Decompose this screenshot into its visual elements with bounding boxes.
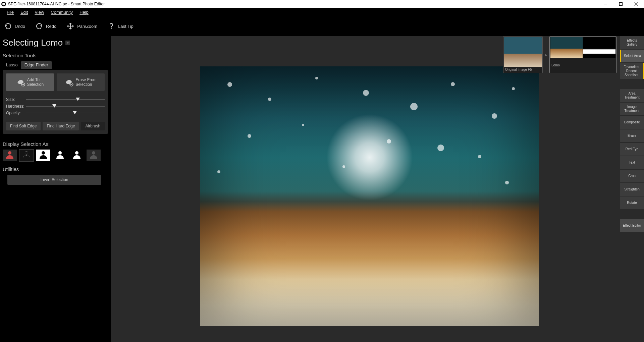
menu-file[interactable]: File [3,9,17,15]
section-utilities: Utilities [3,166,108,172]
window-titlebar: SPE-filter-1608117044-AHNC.pe - Smart Ph… [0,0,644,8]
move-icon [66,22,74,30]
add-to-selection-label: Add To Selection [27,77,44,87]
title-dropdown-icon[interactable]: ▾ [65,41,70,45]
redo-label: Redo [46,24,56,29]
thumb-original-label: Original Image F5 [504,67,542,72]
close-button[interactable] [629,0,644,8]
image-treatment-button[interactable]: Image Treatment [620,103,644,115]
panzoom-button[interactable]: Pan/Zoom [66,22,97,30]
tab-edge-finder[interactable]: Edge Finder [21,61,52,69]
undo-label: Undo [15,24,25,29]
redo-icon [35,22,43,30]
crop-button[interactable]: Crop [620,170,644,182]
toolbar: Undo Redo Pan/Zoom Last Tip [0,16,644,36]
undo-button[interactable]: Undo [4,22,25,30]
select-area-button[interactable]: Select Area [620,50,644,62]
center-area: Original Image F5 ▸ Lomo [111,36,620,342]
redeye-button[interactable]: Red Eye [620,143,644,156]
right-panel: Effects Gallery Select Area Favourites R… [620,36,644,342]
brush-erase-icon [65,78,73,87]
display-mode-6[interactable] [87,150,101,161]
menu-edit[interactable]: Edit [17,9,31,15]
display-selection-row [3,150,108,161]
thumb-original-image [504,37,542,67]
maximize-button[interactable] [613,0,629,8]
thumb-lomo-label: Lomo [550,63,615,72]
find-hard-edge-button[interactable]: Find Hard Edge [43,122,79,130]
straighten-button[interactable]: Straighten [620,183,644,196]
page-title: Selecting Lomo ▾ [3,38,108,48]
size-label: Size: [6,97,26,102]
find-soft-edge-button[interactable]: Find Soft Edge [6,122,41,130]
effect-editor-button[interactable]: Effect Editor [620,219,644,232]
thumb-original[interactable]: Original Image F5 [503,36,543,73]
slider-hardness[interactable]: Hardness: [6,103,105,110]
tool-tab-body: Add To Selection Erase From Selection Si… [3,70,108,134]
display-mode-5[interactable] [70,150,84,161]
redo-button[interactable]: Redo [35,22,56,30]
opacity-label: Opacity: [6,111,26,115]
tool-tabs: Lasso Edge Finder [3,61,108,69]
svg-rect-1 [620,3,623,6]
display-mode-3[interactable] [36,150,50,161]
invert-selection-button[interactable]: Invert Selection [7,175,101,185]
erase-from-selection-label: Erase From Selection [75,77,97,87]
lasttip-label: Last Tip [118,24,133,29]
minimize-button[interactable] [598,0,613,8]
erase-button[interactable]: Erase [620,129,644,142]
history-thumbstrip: Original Image F5 ▸ Lomo [503,36,616,73]
left-panel: Selecting Lomo ▾ Selection Tools Lasso E… [0,36,111,342]
composite-button[interactable]: Composite [620,116,644,129]
thumb-lomo[interactable]: Lomo [549,36,616,73]
text-button[interactable]: Text [620,156,644,169]
area-treatment-button[interactable]: Area Treatment [620,89,644,102]
thumb-lomo-mask [583,37,615,58]
undo-icon [4,22,12,30]
favourites-button[interactable]: Favourites Recent Shortlists [620,63,644,79]
tab-lasso[interactable]: Lasso [3,61,21,69]
canvas-image[interactable] [200,66,539,326]
panzoom-label: Pan/Zoom [77,24,97,29]
app-icon [1,2,6,6]
thumb-lomo-image [550,37,583,58]
section-selection-tools: Selection Tools [3,53,108,58]
hardness-label: Hardness: [6,104,26,109]
slider-size[interactable]: Size: [6,96,105,103]
question-icon [107,22,115,30]
window-title: SPE-filter-1608117044-AHNC.pe - Smart Ph… [8,2,105,6]
display-mode-1[interactable] [3,150,17,161]
menu-community[interactable]: Community [47,9,76,15]
arrow-right-icon: ▸ [544,52,548,58]
section-display-as: Display Selection As: [3,141,108,147]
slider-opacity[interactable]: Opacity: [6,110,105,116]
brush-add-icon [16,78,25,87]
erase-from-selection-button[interactable]: Erase From Selection [57,73,105,91]
add-to-selection-button[interactable]: Add To Selection [6,73,54,91]
airbrush-button[interactable]: Airbrush [81,122,105,130]
display-mode-4[interactable] [53,150,67,161]
menu-bar: File Edit View Community Help [0,8,644,16]
lasttip-button[interactable]: Last Tip [107,22,133,30]
menu-view[interactable]: View [31,9,47,15]
display-mode-2[interactable] [19,150,34,161]
effects-gallery-button[interactable]: Effects Gallery [620,36,644,49]
menu-help[interactable]: Help [76,9,92,15]
rotate-button[interactable]: Rotate [620,196,644,209]
